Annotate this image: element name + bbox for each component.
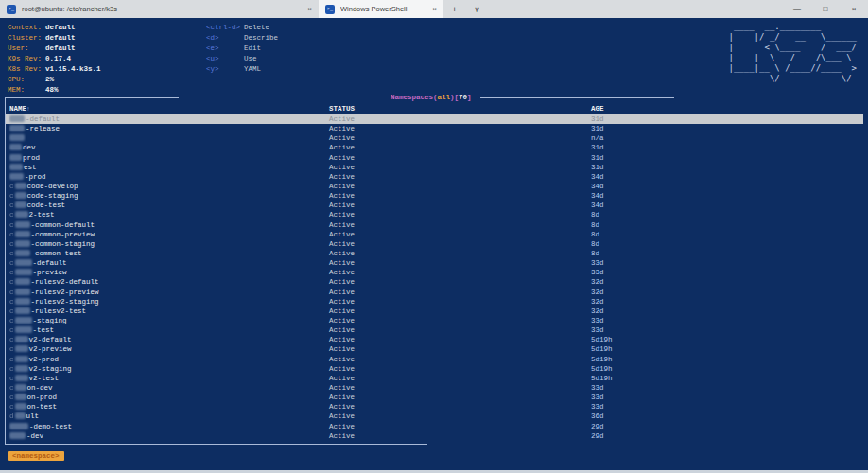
table-row[interactable]: ccode-developActive34d — [6, 182, 863, 191]
redacted-text — [15, 269, 32, 275]
namespace-name: cv2-staging — [9, 364, 72, 374]
namespace-name: c-test — [9, 325, 54, 335]
namespace-name: dult — [9, 412, 39, 421]
breadcrumb-namespace[interactable]: <namespace> — [8, 451, 64, 461]
namespace-age: n/a — [591, 133, 604, 143]
namespace-name: con-test — [9, 402, 57, 412]
table-row[interactable]: ccode-testActive34d — [6, 201, 863, 210]
namespace-name: c-common-preview — [9, 230, 95, 239]
table-row[interactable]: cv2-previewActive5d19h — [6, 344, 863, 354]
namespace-name-text: prod — [23, 154, 40, 162]
namespace-name-text: 2-test — [29, 211, 55, 219]
table-row[interactable]: cv2-stagingActive5d19h — [6, 364, 863, 374]
tab-windows-powershell[interactable]: >_ Windows PowerShell × — [319, 0, 443, 18]
table-row[interactable]: -releaseActive31d — [6, 124, 863, 133]
table-row[interactable]: -demo-testActive29d — [6, 422, 863, 431]
table-row[interactable]: Activen/a — [6, 133, 863, 143]
minimize-button[interactable]: — — [783, 0, 811, 18]
table-row[interactable]: dultActive36d — [6, 412, 863, 421]
table-row[interactable]: -devActive29d — [6, 431, 863, 441]
k9s-info-line: CPU:2% — [8, 75, 101, 85]
namespace-name-text: -default — [26, 115, 60, 123]
namespace-age: 8d — [591, 239, 599, 249]
namespace-status: Active — [329, 163, 355, 172]
redacted-text — [9, 164, 23, 170]
redacted-text — [15, 221, 30, 228]
redacted-text — [9, 173, 24, 180]
k9s-keybinding: <y>YAML — [206, 64, 278, 75]
redacted-text — [15, 394, 26, 400]
table-row[interactable]: cv2-defaultActive5d19h — [6, 335, 863, 344]
k9s-keybinding: <u>Use — [206, 54, 278, 64]
redaction-lead-char: c — [9, 211, 14, 219]
redaction-lead-char: c — [9, 307, 14, 315]
table-row[interactable]: c-rulesv2-stagingActive32d — [6, 297, 863, 307]
table-row[interactable]: c-rulesv2-testActive32d — [6, 307, 863, 316]
table-row[interactable]: c-rulesv2-previewActive32d — [6, 288, 863, 297]
namespace-age: 33d — [591, 325, 604, 335]
namespace-name-text: -common-default — [31, 221, 95, 229]
table-row[interactable]: c-common-stagingActive8d — [6, 239, 863, 249]
table-row[interactable]: c-previewActive33d — [6, 268, 863, 277]
redacted-text — [15, 192, 26, 199]
redacted-text — [15, 403, 26, 410]
new-tab-button[interactable]: + — [443, 5, 465, 14]
tab-remote-session[interactable]: >_ root@ubuntu: /etc/rancher/k3s × — [0, 0, 319, 18]
namespace-name: ccode-staging — [9, 191, 78, 201]
namespace-age: 31d — [591, 143, 604, 152]
table-row[interactable]: c-defaultActive33d — [6, 258, 863, 268]
namespace-status: Active — [329, 143, 355, 152]
redacted-text — [15, 211, 28, 218]
redaction-lead-char: c — [9, 394, 14, 401]
table-row[interactable]: cv2-prodActive5d19h — [6, 355, 863, 364]
table-row[interactable]: c-common-previewActive8d — [6, 230, 863, 239]
namespace-status: Active — [329, 268, 355, 277]
redacted-text — [15, 240, 30, 247]
table-row[interactable]: c-testActive33d — [6, 325, 863, 335]
table-row[interactable]: c2-testActive8d — [6, 210, 863, 219]
table-row[interactable]: estActive31d — [6, 163, 863, 172]
table-row[interactable]: c-rulesv2-defaultActive32d — [6, 277, 863, 287]
table-row[interactable]: c-common-defaultActive8d — [6, 220, 863, 230]
table-row[interactable]: prodActive31d — [6, 153, 863, 163]
namespace-name: c-rulesv2-default — [9, 277, 99, 287]
table-row[interactable]: con-testActive33d — [6, 402, 863, 412]
namespace-status: Active — [329, 393, 355, 402]
redacted-text — [9, 115, 25, 122]
table-row[interactable]: -defaultActive31d — [6, 114, 863, 124]
namespace-status: Active — [329, 325, 355, 335]
keybinding-key: <e> — [206, 44, 244, 54]
namespace-age: 31d — [591, 114, 604, 124]
table-row[interactable]: con-prodActive33d — [6, 393, 863, 402]
redaction-lead-char: c — [9, 278, 14, 286]
table-row[interactable]: con-devActive33d — [6, 383, 863, 393]
k9s-keybinding: <d>Describe — [206, 33, 278, 44]
namespace-name: ccode-test — [9, 201, 65, 210]
redaction-lead-char: c — [9, 192, 14, 200]
table-row[interactable]: cv2-testActive5d19h — [6, 374, 863, 383]
tab-dropdown-button[interactable]: ∨ — [465, 5, 489, 14]
namespace-name: -demo-test — [9, 422, 72, 431]
namespace-status: Active — [329, 210, 355, 219]
table-border-top-left — [5, 97, 179, 98]
tab-close-icon[interactable]: × — [432, 5, 437, 13]
k9s-info-line: MEM:48% — [8, 85, 101, 96]
table-row[interactable]: devActive31d — [6, 143, 863, 152]
namespace-age: 31d — [591, 163, 604, 172]
table-row[interactable]: c-stagingActive33d — [6, 316, 863, 325]
maximize-button[interactable]: □ — [811, 0, 840, 18]
namespace-name: c-common-default — [9, 220, 95, 230]
namespace-name: c-preview — [9, 268, 67, 277]
terminal-content: Context:defaultCluster:defaultUser:defau… — [0, 18, 868, 470]
namespace-name: con-dev — [9, 383, 53, 393]
table-row[interactable]: c-common-testActive8d — [6, 249, 863, 258]
terminal-icon: >_ — [7, 5, 16, 14]
redaction-lead-char: c — [9, 317, 14, 324]
redacted-text — [15, 345, 28, 352]
table-row[interactable]: ccode-stagingActive34d — [6, 191, 863, 201]
close-button[interactable]: × — [840, 0, 868, 18]
namespace-name: con-prod — [9, 393, 57, 402]
table-row[interactable]: -prodActive34d — [6, 172, 863, 182]
tab-close-icon[interactable]: × — [307, 5, 312, 13]
redaction-lead-char: c — [9, 183, 14, 190]
